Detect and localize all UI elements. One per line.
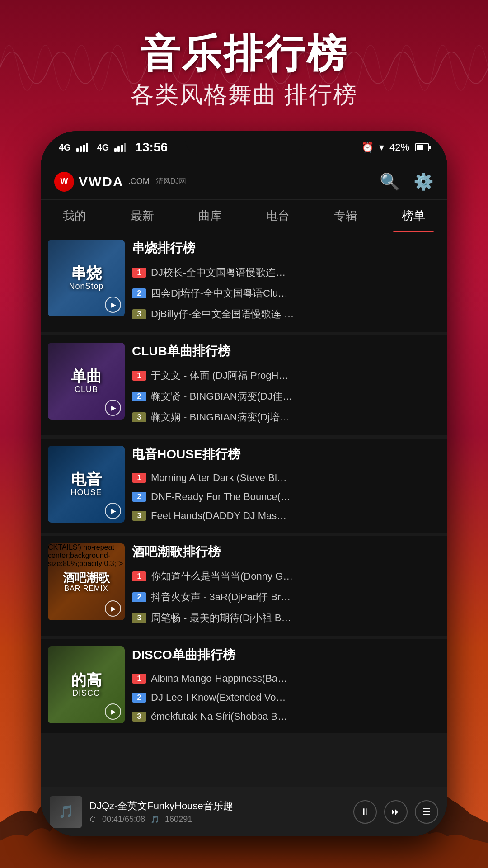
track-name: 鞠文贤 - BINGBIAN病变(DJ佳… bbox=[151, 390, 440, 403]
mini-player[interactable]: 🎵 DJQz-全英文FunkyHouse音乐趣 ⏱ 00:41/65:08 🎵 … bbox=[41, 787, 447, 836]
track-item[interactable]: 3 Feet Hands(DADDY DJ Mas… bbox=[132, 506, 440, 525]
signal-bars-2 bbox=[114, 143, 126, 152]
track-item[interactable]: 1 DJ校长-全中文国粤语慢歌连… bbox=[132, 262, 440, 283]
track-name: émekfutak-Na Síri(Shobba B… bbox=[151, 711, 440, 722]
chart-section-bar[interactable]: CKTAILS') no-repeat center;background-si… bbox=[41, 536, 447, 636]
settings-icon[interactable]: ⚙️ bbox=[413, 172, 434, 191]
search-icon[interactable]: 🔍 bbox=[380, 172, 400, 191]
chart-title-club: CLUB单曲排行榜 bbox=[132, 343, 440, 360]
thumb-label-disco: 的高 DISCO bbox=[71, 672, 102, 698]
pause-button[interactable]: ⏸ bbox=[353, 800, 377, 824]
track-item[interactable]: 1 你知道什么是当当当(Donny G… bbox=[132, 566, 440, 587]
play-house[interactable] bbox=[105, 503, 121, 519]
mini-player-info: DJQz-全英文FunkyHouse音乐趣 ⏱ 00:41/65:08 🎵 16… bbox=[89, 799, 346, 824]
track-item[interactable]: 3 周笔畅 - 最美的期待(Dj小祖 B… bbox=[132, 608, 440, 628]
play-disco[interactable] bbox=[105, 703, 121, 720]
rank-badge: 2 bbox=[132, 492, 146, 502]
track-name: DNF-Ready For The Bounce(… bbox=[151, 491, 440, 503]
track-name: Morning After Dark (Steve Bl… bbox=[151, 472, 440, 484]
chart-section-disco[interactable]: 的高 DISCO DISCO单曲排行榜 1 Albina Mango-Happi… bbox=[41, 639, 447, 733]
chart-list: 串烧 NonStop 串烧排行榜 1 DJ校长-全中文国粤语慢歌连… 2 四会D… bbox=[41, 232, 447, 787]
track-name: DjBilly仔-全中文全国语慢歌连 … bbox=[151, 307, 440, 321]
rank-badge: 3 bbox=[132, 511, 146, 521]
track-item[interactable]: 3 émekfutak-Na Síri(Shobba B… bbox=[132, 707, 440, 726]
app-logo: W VWDA .COM 清风DJ网 bbox=[54, 172, 186, 192]
thumb-label-bar: 酒吧潮歌 BAR REMIX bbox=[63, 571, 110, 592]
chart-thumb-house[interactable]: 电音 HOUSE bbox=[48, 446, 125, 523]
chart-tracks-club: CLUB单曲排行榜 1 于文文 - 体面 (DJ阿福 ProgH… 2 鞠文贤 … bbox=[132, 343, 440, 428]
chart-title-disco: DISCO单曲排行榜 bbox=[132, 646, 440, 664]
status-right: ⏰ ▾ 42% bbox=[361, 142, 429, 153]
track-name: 四会Dj培仔-全中文国粤语Clu… bbox=[151, 287, 440, 300]
track-name: 你知道什么是当当当(Donny G… bbox=[151, 570, 440, 583]
track-name: 于文文 - 体面 (DJ阿福 ProgH… bbox=[151, 369, 440, 382]
track-name: DJ Lee-I Know(Extended Vo… bbox=[151, 692, 440, 703]
page-subtitle: 各类风格舞曲 排行榜 bbox=[0, 79, 488, 111]
alarm-icon: ⏰ bbox=[361, 142, 374, 153]
app-header: W VWDA .COM 清风DJ网 🔍 ⚙️ bbox=[41, 164, 447, 200]
track-name: 鞠文娴 - BINGBIAN病变(Dj培… bbox=[151, 410, 440, 424]
battery-percent: 42% bbox=[389, 142, 409, 153]
track-item[interactable]: 3 DjBilly仔-全中文全国语慢歌连 … bbox=[132, 304, 440, 325]
play-bar[interactable] bbox=[105, 600, 121, 617]
mini-player-meta: ⏱ 00:41/65:08 🎵 160291 bbox=[89, 815, 346, 824]
track-item[interactable]: 2 四会Dj培仔-全中文国粤语Clu… bbox=[132, 283, 440, 304]
battery-icon bbox=[415, 143, 429, 151]
phone-screen: 4G 4G 13:56 ⏰ ▾ 42% bbox=[41, 131, 447, 836]
rank-badge: 3 bbox=[132, 309, 146, 319]
thumb-label-house: 电音 HOUSE bbox=[70, 471, 102, 497]
tab-library[interactable]: 曲库 bbox=[176, 200, 244, 232]
logo-icon: W bbox=[54, 172, 74, 192]
chart-section-chuanshao[interactable]: 串烧 NonStop 串烧排行榜 1 DJ校长-全中文国粤语慢歌连… 2 四会D… bbox=[41, 232, 447, 332]
rank-badge: 3 bbox=[132, 412, 146, 422]
track-item[interactable]: 1 于文文 - 体面 (DJ阿福 ProgH… bbox=[132, 365, 440, 386]
mini-player-thumb: 🎵 bbox=[50, 796, 82, 828]
rank-badge: 2 bbox=[132, 693, 146, 703]
playlist-button[interactable]: ☰ bbox=[415, 800, 438, 824]
mini-player-time: 00:41/65:08 bbox=[102, 815, 145, 824]
thumb-label-club: 单曲 CLUB bbox=[71, 368, 102, 394]
chart-thumb-bar[interactable]: CKTAILS') no-repeat center;background-si… bbox=[48, 543, 125, 620]
signal-4g-1: 4G bbox=[59, 142, 71, 153]
header-icons: 🔍 ⚙️ bbox=[380, 172, 434, 191]
rank-badge: 1 bbox=[132, 371, 146, 381]
play-chuanshao[interactable] bbox=[105, 297, 121, 313]
mini-clock-icon: ⏱ bbox=[89, 816, 97, 824]
chart-thumb-disco[interactable]: 的高 DISCO bbox=[48, 646, 125, 723]
phone-notch bbox=[185, 131, 303, 154]
chart-tracks-bar: 酒吧潮歌排行榜 1 你知道什么是当当当(Donny G… 2 抖音火女声 - 3… bbox=[132, 543, 440, 628]
status-time: 13:56 bbox=[135, 140, 168, 155]
chart-section-house[interactable]: 电音 HOUSE 电音HOUSE排行榜 1 Morning After Dark… bbox=[41, 439, 447, 533]
mini-player-controls[interactable]: ⏸ ⏭ ☰ bbox=[353, 800, 438, 824]
tab-album[interactable]: 专辑 bbox=[312, 200, 380, 232]
chart-title-chuanshao: 串烧排行榜 bbox=[132, 240, 440, 257]
page-title: 音乐排行榜 bbox=[0, 27, 488, 81]
tab-latest[interactable]: 最新 bbox=[108, 200, 176, 232]
track-item[interactable]: 2 DJ Lee-I Know(Extended Vo… bbox=[132, 688, 440, 707]
wifi-icon: ▾ bbox=[379, 142, 384, 153]
chart-tracks-chuanshao: 串烧排行榜 1 DJ校长-全中文国粤语慢歌连… 2 四会Dj培仔-全中文国粤语C… bbox=[132, 240, 440, 325]
track-item[interactable]: 2 抖音火女声 - 3aR(DjPad仔 Br… bbox=[132, 587, 440, 608]
track-item[interactable]: 1 Morning After Dark (Steve Bl… bbox=[132, 468, 440, 487]
tab-mine[interactable]: 我的 bbox=[41, 200, 108, 232]
play-club[interactable] bbox=[105, 400, 121, 416]
signal-4g-2: 4G bbox=[97, 142, 109, 153]
track-item[interactable]: 2 鞠文贤 - BINGBIAN病变(DJ佳… bbox=[132, 386, 440, 407]
logo-com: .COM bbox=[128, 177, 150, 186]
thumb-label-chuanshao: 串烧 NonStop bbox=[69, 265, 103, 291]
chart-thumb-chuanshao[interactable]: 串烧 NonStop bbox=[48, 240, 125, 316]
track-item[interactable]: 3 鞠文娴 - BINGBIAN病变(Dj培… bbox=[132, 407, 440, 428]
track-item[interactable]: 2 DNF-Ready For The Bounce(… bbox=[132, 487, 440, 506]
chart-title-house: 电音HOUSE排行榜 bbox=[132, 446, 440, 463]
next-button[interactable]: ⏭ bbox=[384, 800, 408, 824]
chart-thumb-club[interactable]: 单曲 CLUB bbox=[48, 343, 125, 420]
mini-play-count: 160291 bbox=[165, 815, 192, 824]
track-name: 抖音火女声 - 3aR(DjPad仔 Br… bbox=[151, 590, 440, 604]
chart-tracks-disco: DISCO单曲排行榜 1 Albina Mango-Happiness(Ba… … bbox=[132, 646, 440, 726]
rank-badge: 1 bbox=[132, 268, 146, 278]
track-item[interactable]: 1 Albina Mango-Happiness(Ba… bbox=[132, 669, 440, 688]
status-left: 4G 4G 13:56 bbox=[59, 140, 168, 155]
tab-radio[interactable]: 电台 bbox=[244, 200, 312, 232]
tab-chart[interactable]: 榜单 bbox=[380, 200, 447, 232]
chart-section-club[interactable]: 单曲 CLUB CLUB单曲排行榜 1 于文文 - 体面 (DJ阿福 ProgH… bbox=[41, 335, 447, 435]
